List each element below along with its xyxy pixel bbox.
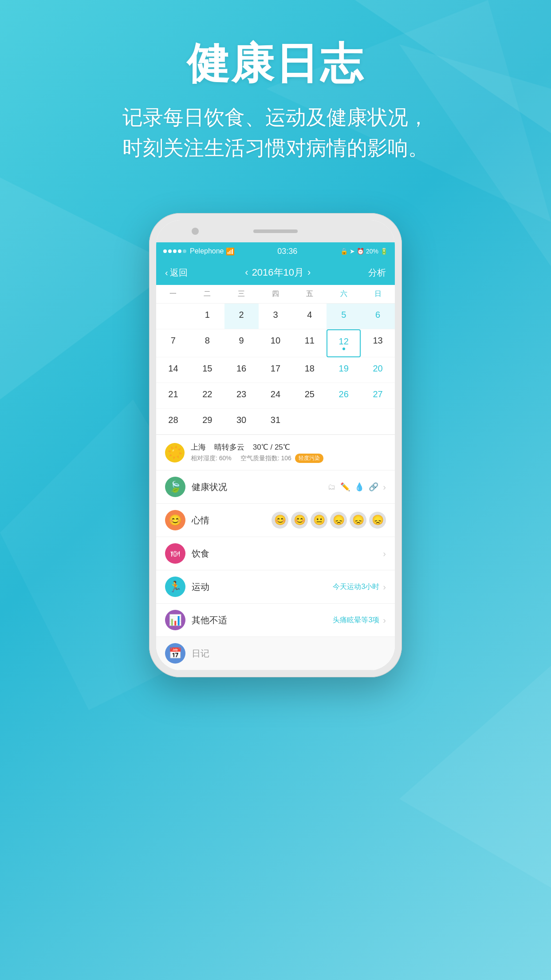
discomfort-icon: 📊	[165, 610, 185, 630]
lock-icon: 🔒	[340, 248, 348, 255]
back-label: 返回	[170, 267, 188, 279]
diary-label: 日记	[192, 648, 386, 660]
weekday-thu: 四	[259, 285, 293, 303]
diary-icon: 📅	[165, 643, 185, 664]
cal-cell-6[interactable]: 6	[361, 304, 395, 329]
cal-cell-5[interactable]: 5	[327, 304, 361, 329]
diet-label: 饮食	[192, 548, 377, 560]
weekday-fri: 五	[292, 285, 327, 303]
diet-icon: 🍽	[165, 543, 185, 564]
cal-cell-19[interactable]: 19	[327, 357, 361, 383]
weather-temp: 30℃ / 25℃	[253, 443, 290, 451]
wifi-icon: 📶	[226, 247, 235, 256]
cal-cell-23[interactable]: 23	[224, 383, 259, 409]
weekday-tue: 二	[190, 285, 224, 303]
mood-face-2[interactable]: 😊	[291, 512, 308, 529]
cal-cell-18[interactable]: 18	[292, 357, 327, 383]
weather-condition: 晴转多云	[214, 443, 244, 451]
cal-cell-9[interactable]: 9	[224, 329, 259, 357]
calendar-grid: 1 2 3 4 5 6 7 8 9 10 11 12 13 14 15	[156, 304, 395, 435]
health-icon-link: 🔗	[369, 482, 378, 492]
back-button[interactable]: ‹ 返回	[165, 267, 188, 279]
mood-icon: 😊	[165, 510, 185, 530]
cal-cell-10[interactable]: 10	[259, 329, 293, 357]
health-label: 健康状况	[192, 481, 322, 493]
cal-cell-8[interactable]: 8	[190, 329, 224, 357]
status-time: 03:36	[277, 247, 297, 256]
cal-cell-14[interactable]: 14	[156, 357, 190, 383]
cal-cell-20[interactable]: 20	[361, 357, 395, 383]
cal-cell-24[interactable]: 24	[259, 383, 293, 409]
cal-cell-26[interactable]: 26	[327, 383, 361, 409]
cal-cell-25[interactable]: 25	[292, 383, 327, 409]
cal-cell-4[interactable]: 4	[292, 304, 327, 329]
location-icon: ➤	[350, 248, 355, 255]
month-label: 2016年10月	[252, 266, 304, 279]
weather-row: ☀️ 上海 晴转多云 30℃ / 25℃ 相对湿度: 60%	[156, 435, 395, 470]
health-icon: 🍃	[165, 477, 185, 497]
cal-cell-empty1	[156, 304, 190, 329]
cal-cell-3[interactable]: 3	[259, 304, 293, 329]
cal-cell-empty4	[361, 409, 395, 435]
exercise-right: 今天运动3小时 ›	[333, 582, 386, 592]
cal-cell-21[interactable]: 21	[156, 383, 190, 409]
exercise-label: 运动	[192, 581, 327, 593]
mood-face-6[interactable]: 😞	[369, 512, 386, 529]
cal-cell-13[interactable]: 13	[361, 329, 395, 357]
cal-cell-7[interactable]: 7	[156, 329, 190, 357]
diary-row-partial[interactable]: 📅 日记	[156, 637, 395, 670]
discomfort-right: 头痛眩晕等3项 ›	[333, 615, 386, 625]
analyze-button[interactable]: 分析	[368, 267, 386, 279]
weekday-sat: 六	[327, 285, 361, 303]
cal-cell-28[interactable]: 28	[156, 409, 190, 435]
cal-cell-15[interactable]: 15	[190, 357, 224, 383]
diet-right: ›	[383, 549, 386, 559]
exercise-action: 今天运动3小时	[333, 582, 379, 592]
mood-face-5[interactable]: 😞	[350, 512, 366, 529]
exercise-row[interactable]: 🏃 运动 今天运动3小时 ›	[156, 570, 395, 604]
cal-dot-12	[342, 348, 345, 350]
mood-faces: 😊 😊 😐 😞 😞 😞	[272, 512, 386, 529]
cal-cell-empty3	[327, 409, 361, 435]
status-right: 🔒 ➤ ⏰ 20% 🔋	[340, 248, 388, 255]
diet-row[interactable]: 🍽 饮食 ›	[156, 537, 395, 570]
mood-face-4[interactable]: 😞	[330, 512, 347, 529]
next-month-button[interactable]: ›	[307, 267, 311, 278]
weather-humidity: 相对湿度: 60%	[191, 454, 232, 462]
mood-row[interactable]: 😊 心情 😊 😊 😐 😞 😞 😞	[156, 504, 395, 537]
cal-cell-27[interactable]: 27	[361, 383, 395, 409]
status-left: Pelephone 📶	[163, 247, 235, 256]
discomfort-action: 头痛眩晕等3项	[333, 616, 379, 625]
cal-cell-30[interactable]: 30	[224, 409, 259, 435]
health-icon-pencil: ✏️	[340, 482, 350, 492]
status-bar: Pelephone 📶 03:36 🔒 ➤ ⏰ 20% 🔋	[156, 242, 395, 260]
calendar-weekdays: 一 二 三 四 五 六 日	[156, 285, 395, 304]
weekday-sun: 日	[361, 285, 395, 303]
cal-cell-12[interactable]: 12	[327, 329, 361, 357]
phone-inner: Pelephone 📶 03:36 🔒 ➤ ⏰ 20% 🔋 ‹ 返回	[156, 220, 395, 670]
weather-air-label: 空气质量指数: 106	[240, 454, 291, 462]
discomfort-chevron: ›	[383, 615, 386, 625]
phone-speaker	[253, 229, 298, 233]
phone-camera	[192, 228, 199, 235]
battery-percent: 20%	[366, 248, 378, 255]
mood-face-3[interactable]: 😐	[311, 512, 327, 529]
prev-month-button[interactable]: ‹	[245, 267, 248, 278]
cal-cell-31[interactable]: 31	[259, 409, 293, 435]
cal-cell-17[interactable]: 17	[259, 357, 293, 383]
air-quality-badge: 轻度污染	[295, 454, 323, 463]
weather-sub: 相对湿度: 60% 空气质量指数: 106 轻度污染	[191, 454, 323, 463]
cal-cell-16[interactable]: 16	[224, 357, 259, 383]
mood-face-1[interactable]: 😊	[272, 512, 288, 529]
cal-cell-2[interactable]: 2	[224, 304, 259, 329]
weather-text: 上海 晴转多云 30℃ / 25℃ 相对湿度: 60% 空气质量指数: 106 …	[191, 442, 323, 463]
battery-icon: 🔋	[380, 248, 388, 255]
cal-cell-1[interactable]: 1	[190, 304, 224, 329]
info-section: ☀️ 上海 晴转多云 30℃ / 25℃ 相对湿度: 60%	[156, 435, 395, 670]
discomfort-row[interactable]: 📊 其他不适 头痛眩晕等3项 ›	[156, 604, 395, 637]
cal-cell-11[interactable]: 11	[292, 329, 327, 357]
cal-cell-29[interactable]: 29	[190, 409, 224, 435]
cal-cell-empty2	[292, 409, 327, 435]
health-row[interactable]: 🍃 健康状况 🗂 ✏️ 💧 🔗 ›	[156, 470, 395, 504]
cal-cell-22[interactable]: 22	[190, 383, 224, 409]
